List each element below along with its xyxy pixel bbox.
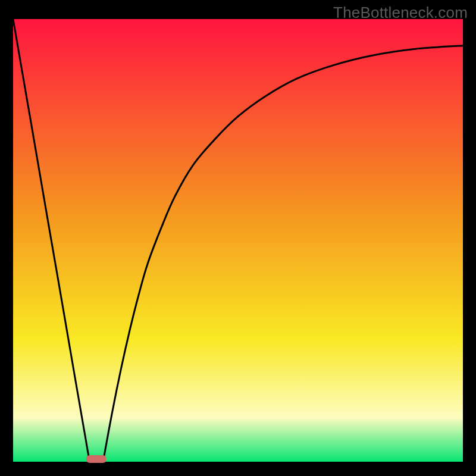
bottleneck-chart (0, 0, 476, 476)
chart-container: TheBottleneck.com (0, 0, 476, 476)
plot-background (13, 19, 463, 462)
minimum-marker (86, 455, 107, 463)
watermark-text: TheBottleneck.com (333, 4, 468, 22)
